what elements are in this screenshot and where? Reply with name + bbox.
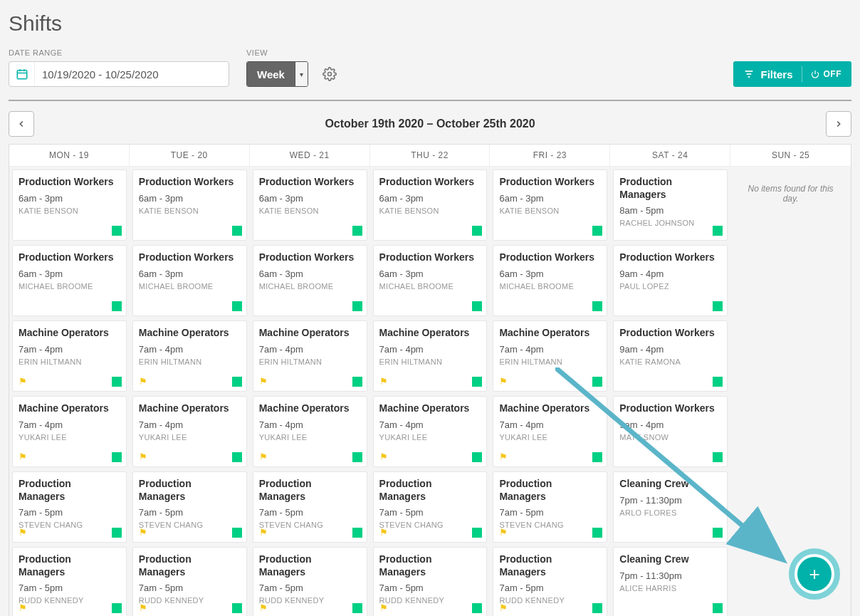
flag-icon: ⚑ [499, 376, 508, 387]
shift-card[interactable]: Machine Operators7am - 4pmERIN HILTMANN⚑ [493, 320, 607, 392]
prev-week-button[interactable] [9, 111, 34, 137]
date-range-field[interactable] [9, 61, 229, 87]
shift-time: 9am - 4pm [619, 419, 721, 430]
shift-card[interactable]: Machine Operators7am - 4pmYUKARI LEE⚑ [132, 396, 247, 467]
shift-title: Production Managers [379, 478, 481, 503]
flag-icon: ⚑ [139, 602, 147, 613]
filter-icon [743, 68, 755, 80]
status-indicator [472, 528, 482, 538]
shift-card[interactable]: Machine Operators7am - 4pmERIN HILTMANN⚑ [132, 320, 247, 392]
shift-card[interactable]: Production Workers9am - 4pmMATT SNOW [613, 396, 728, 467]
filters-button[interactable]: Filters OFF [733, 61, 851, 87]
shift-card[interactable]: Production Workers6am - 3pmMICHAEL BROOM… [253, 245, 367, 316]
status-indicator [352, 226, 362, 236]
flag-icon: ⚑ [259, 602, 268, 613]
shift-card[interactable]: Machine Operators7am - 4pmYUKARI LEE⚑ [12, 396, 127, 467]
shift-card[interactable]: Machine Operators7am - 4pmYUKARI LEE⚑ [253, 396, 367, 467]
chevron-right-icon [834, 119, 844, 129]
shift-card[interactable]: Production Managers7am - 5pmRUDD KENNEDY… [12, 547, 127, 616]
date-range-input[interactable] [35, 68, 229, 80]
status-indicator [112, 226, 122, 236]
shift-time: 7pm - 11:30pm [619, 570, 721, 581]
shift-person: KATIE BENSON [259, 207, 361, 215]
shift-card[interactable]: Machine Operators7am - 4pmYUKARI LEE⚑ [373, 396, 488, 467]
shift-card[interactable]: Machine Operators7am - 4pmERIN HILTMANN⚑ [12, 320, 127, 392]
shift-card[interactable]: Production Managers7am - 5pmRUDD KENNEDY… [373, 547, 488, 616]
status-indicator [713, 452, 723, 462]
add-shift-fab[interactable]: + [789, 548, 840, 600]
settings-button[interactable] [322, 61, 337, 87]
shift-card[interactable]: Production Workers6am - 3pmMICHAEL BROOM… [132, 245, 247, 316]
view-label: VIEW [246, 48, 337, 57]
flag-icon: ⚑ [19, 451, 27, 462]
shift-card[interactable]: Production Workers6am - 3pmKATIE BENSON [132, 169, 247, 241]
shift-person: ERIN HILTMANN [379, 357, 481, 366]
shift-time: 7am - 4pm [379, 419, 481, 430]
shift-card[interactable]: Production Managers7am - 5pmSTEVEN CHANG… [12, 471, 127, 543]
shift-card[interactable]: Production Workers6am - 3pmMICHAEL BROOM… [493, 245, 607, 316]
schedule-grid: MON - 19TUE - 20WED - 21THU - 22FRI - 23… [9, 144, 851, 616]
shift-person: MICHAEL BROOME [259, 282, 361, 291]
shift-card[interactable]: Production Managers8am - 5pmRACHEL JOHNS… [613, 169, 728, 241]
view-select[interactable]: Week ▾ [246, 61, 308, 87]
shift-card[interactable]: Production Workers6am - 3pmKATIE BENSON [373, 169, 488, 241]
chevron-down-icon[interactable]: ▾ [295, 62, 308, 86]
shift-time: 7am - 4pm [19, 344, 120, 355]
status-indicator [112, 301, 122, 311]
day-column: Production Workers6am - 3pmKATIE BENSONP… [370, 167, 491, 616]
svg-rect-0 [17, 71, 27, 79]
date-range-group: DATE RANGE [9, 48, 229, 87]
shift-card[interactable]: Production Workers6am - 3pmMICHAEL BROOM… [373, 245, 488, 316]
shift-card[interactable]: Cleaning Crew7pm - 11:30pmALICE HARRIS [613, 547, 728, 616]
shift-card[interactable]: Production Managers7am - 5pmRUDD KENNEDY… [253, 547, 367, 616]
flag-icon: ⚑ [19, 527, 27, 538]
shift-title: Machine Operators [379, 402, 481, 415]
shift-card[interactable]: Machine Operators7am - 4pmERIN HILTMANN⚑ [253, 320, 367, 392]
shift-title: Production Managers [259, 553, 361, 578]
day-column: Production Managers8am - 5pmRACHEL JOHNS… [610, 167, 730, 616]
shift-title: Machine Operators [259, 402, 361, 415]
shift-card[interactable]: Production Workers6am - 3pmKATIE BENSON [253, 169, 367, 241]
shift-card[interactable]: Machine Operators7am - 4pmERIN HILTMANN⚑ [373, 320, 488, 392]
day-header: SUN - 25 [730, 145, 851, 167]
status-indicator [472, 226, 482, 236]
shift-card[interactable]: Production Managers7am - 5pmRUDD KENNEDY… [493, 547, 607, 616]
shift-title: Production Managers [499, 478, 601, 503]
shift-person: STEVEN CHANG [499, 521, 601, 529]
day-header: THU - 22 [370, 145, 491, 167]
shift-card[interactable]: Cleaning Crew7pm - 11:30pmARLO FLORES [613, 471, 728, 543]
next-week-button[interactable] [826, 111, 851, 137]
shift-time: 6am - 3pm [139, 268, 241, 279]
shift-person: RUDD KENNEDY [259, 596, 361, 605]
status-indicator [352, 377, 362, 387]
shift-card[interactable]: Production Workers6am - 3pmMICHAEL BROOM… [12, 245, 127, 316]
shift-time: 7am - 4pm [499, 344, 601, 355]
shift-card[interactable]: Production Managers7am - 5pmSTEVEN CHANG… [493, 471, 607, 543]
shift-time: 7am - 4pm [259, 419, 361, 430]
shift-card[interactable]: Production Workers6am - 3pmKATIE BENSON [493, 169, 607, 241]
status-indicator [472, 301, 482, 311]
shift-person: ERIN HILTMANN [499, 357, 601, 366]
shift-time: 7am - 5pm [19, 583, 120, 593]
flag-icon: ⚑ [19, 602, 27, 613]
shift-card[interactable]: Production Managers7am - 5pmSTEVEN CHANG… [373, 471, 488, 543]
shift-card[interactable]: Production Managers7am - 5pmSTEVEN CHANG… [132, 471, 247, 543]
shift-card[interactable]: Production Workers6am - 3pmKATIE BENSON [12, 169, 127, 241]
shift-card[interactable]: Production Managers7am - 5pmRUDD KENNEDY… [132, 547, 247, 616]
shift-card[interactable]: Machine Operators7am - 4pmYUKARI LEE⚑ [493, 396, 607, 467]
gear-icon [322, 67, 337, 81]
status-indicator [232, 528, 242, 538]
shift-time: 9am - 4pm [619, 344, 721, 355]
svg-point-4 [327, 73, 331, 76]
view-group: VIEW Week ▾ [246, 48, 337, 87]
shift-card[interactable]: Production Workers9am - 4pmPAUL LOPEZ [613, 245, 728, 316]
shift-person: STEVEN CHANG [259, 521, 361, 529]
view-select-value: Week [247, 62, 295, 86]
flag-icon: ⚑ [499, 527, 508, 538]
flag-icon: ⚑ [259, 376, 268, 387]
status-indicator [592, 452, 602, 462]
shift-card[interactable]: Production Workers9am - 4pmKATIE RAMONA [613, 320, 728, 392]
shift-time: 7am - 5pm [499, 583, 601, 593]
status-indicator [592, 603, 602, 613]
shift-card[interactable]: Production Managers7am - 5pmSTEVEN CHANG… [253, 471, 367, 543]
